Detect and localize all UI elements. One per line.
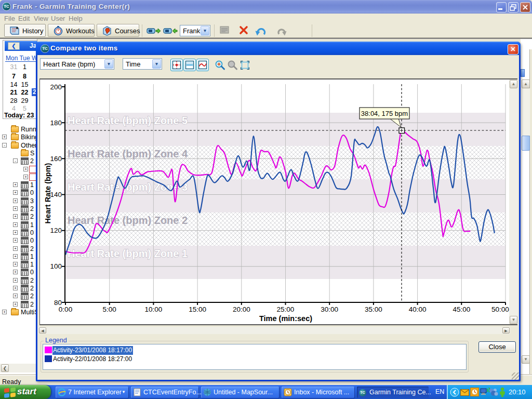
svg-text:180: 180 (50, 119, 62, 127)
svg-text:Time (min:sec): Time (min:sec) (259, 314, 312, 323)
svg-text:0:00: 0:00 (59, 305, 72, 313)
svg-text:40:00: 40:00 (409, 305, 427, 313)
svg-text:Heart Rate (bpm): Heart Rate (bpm) (44, 163, 52, 223)
svg-text:25:00: 25:00 (277, 305, 295, 313)
svg-text:30:00: 30:00 (321, 305, 338, 313)
svg-text:160: 160 (50, 155, 62, 163)
svg-text:Heart Rate (bpm) Zone 1: Heart Rate (bpm) Zone 1 (68, 248, 188, 259)
svg-text:Heart Rate (bpm) Zone 2: Heart Rate (bpm) Zone 2 (68, 215, 188, 226)
svg-text:15:00: 15:00 (189, 305, 206, 313)
svg-text:100: 100 (50, 262, 62, 270)
svg-text:200: 200 (50, 83, 62, 91)
svg-text:38:04, 175 bpm: 38:04, 175 bpm (361, 110, 408, 117)
svg-text:35:00: 35:00 (365, 305, 382, 313)
svg-text:120: 120 (50, 227, 62, 234)
svg-text:20:00: 20:00 (233, 305, 250, 313)
svg-text:Heart Rate (bpm) Zone 5: Heart Rate (bpm) Zone 5 (68, 115, 188, 126)
svg-text:Heart Rate (bpm) Zone 4: Heart Rate (bpm) Zone 4 (68, 148, 188, 159)
svg-text:45:00: 45:00 (453, 305, 470, 313)
svg-text:50:00: 50:00 (491, 305, 509, 313)
svg-text:10:00: 10:00 (145, 305, 163, 313)
svg-text:5:00: 5:00 (103, 305, 116, 313)
